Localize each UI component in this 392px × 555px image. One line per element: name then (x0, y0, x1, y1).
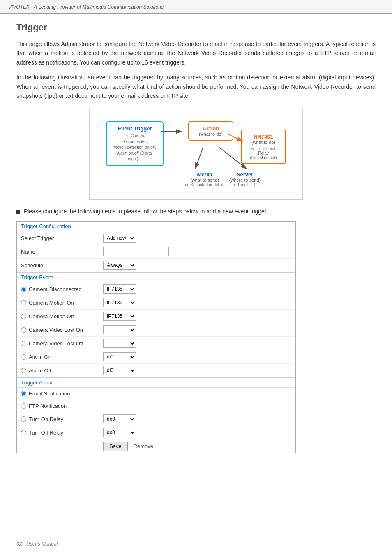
camera-video-lost-on-label: Camera Video Lost On (21, 327, 103, 333)
turn-on-relay-label: Turn On Relay (21, 416, 103, 422)
action-sub: (what to do) (195, 132, 227, 136)
camera-motion-on-label: Camera Motion On (21, 300, 103, 306)
schedule-dropdown[interactable]: Always (103, 261, 136, 270)
footer-text: 32 - User's Manual (16, 541, 58, 547)
action-label: Action (195, 125, 227, 132)
event-trigger-ex: ex. Camera Disconnected,Motion detection… (113, 133, 157, 162)
name-input[interactable] (103, 247, 169, 256)
nr7401-label: NR7401 (247, 134, 279, 140)
turn-on-relay-dropdown[interactable]: do0 (103, 414, 136, 423)
alarm-off-control: di0 (103, 366, 291, 375)
camera-video-lost-off-dropdown[interactable] (103, 339, 136, 348)
footer: 32 - User's Manual (16, 540, 58, 547)
description-2: In the following illustration, an event … (16, 73, 376, 100)
camera-video-lost-off-label: Camera Video Lost Off (21, 340, 103, 347)
camera-video-lost-on-radio[interactable] (21, 327, 26, 333)
diagram-inner: Event Trigger ex. Camera Disconnected,Mo… (102, 117, 290, 191)
alarm-on-label: Alarm On (21, 354, 103, 360)
trigger-configuration-box: Trigger Configuration Select Trigger Add… (16, 221, 296, 453)
alarm-on-radio[interactable] (21, 354, 26, 360)
select-trigger-label: Select Trigger (21, 235, 103, 241)
server-ex: ex. Email, FTP (220, 183, 270, 187)
camera-motion-off-control: IP7135 (103, 312, 291, 321)
ftp-notification-radio[interactable] (21, 403, 26, 409)
camera-video-lost-on-control (103, 325, 291, 334)
camera-disconnected-control: IP7135 (103, 284, 291, 294)
email-notification-radio[interactable] (21, 391, 26, 396)
remove-button[interactable]: Remove (130, 442, 157, 451)
header-text: VIVOTEK - A Leading Provider of Multimed… (8, 4, 164, 10)
diagram-event-trigger: Event Trigger ex. Camera Disconnected,Mo… (106, 121, 164, 166)
diagram-nr7401: NR7401 (what to do) ex. Turn on/off Rela… (241, 130, 286, 164)
page-title: Trigger (16, 22, 376, 33)
camera-motion-off-label: Camera Motion Off (21, 313, 103, 319)
turn-on-relay-row: Turn On Relay do0 (17, 412, 295, 426)
camera-motion-off-radio[interactable] (21, 314, 26, 319)
camera-video-lost-off-control (103, 339, 291, 348)
turn-on-relay-radio[interactable] (21, 416, 26, 422)
camera-video-lost-on-dropdown[interactable] (103, 325, 136, 334)
camera-video-lost-off-row: Camera Video Lost Off (17, 337, 295, 350)
save-button[interactable]: Save (103, 442, 128, 451)
svg-line-4 (195, 147, 203, 169)
select-trigger-dropdown[interactable]: Add new (103, 234, 136, 243)
alarm-on-control: di0 (103, 352, 291, 361)
diagram-server: Server (where to send) ex. Email, FTP (220, 171, 270, 187)
alarm-off-dropdown[interactable]: di0 (103, 366, 136, 375)
ftp-notification-label: FTP Notification (21, 403, 103, 409)
main-content: Trigger This page allows Administrator t… (0, 14, 392, 470)
server-label: Server (220, 171, 270, 178)
button-row: Save Remove (17, 439, 295, 453)
instruction-line: Please configure the following items to … (16, 208, 376, 215)
name-label: Name (21, 249, 103, 255)
alarm-off-radio[interactable] (21, 368, 26, 373)
trigger-config-section-title: Trigger Configuration (17, 222, 295, 231)
ftp-notification-row: FTP Notification (17, 400, 295, 412)
select-trigger-row: Select Trigger Add new (17, 231, 295, 245)
turn-on-relay-control: do0 (103, 414, 291, 423)
button-control: Save Remove (103, 442, 291, 451)
alarm-off-label: Alarm Off (21, 368, 103, 374)
diagram-action: Action (what to do) (188, 121, 233, 141)
camera-motion-on-row: Camera Motion On IP7135 (17, 296, 295, 310)
server-sub: (where to send) (220, 178, 270, 183)
email-notification-row: Email Notification (17, 388, 295, 400)
schedule-label: Schedule (21, 262, 103, 268)
camera-video-lost-on-row: Camera Video Lost On (17, 323, 295, 337)
camera-motion-off-dropdown[interactable]: IP7135 (103, 312, 136, 321)
trigger-action-section-title: Trigger Action (17, 377, 295, 388)
turn-off-relay-label: Turn Off Relay (21, 430, 103, 436)
select-trigger-control: Add new (103, 234, 291, 243)
camera-motion-on-dropdown[interactable]: IP7135 (103, 298, 136, 307)
event-trigger-label: Event Trigger (113, 125, 157, 132)
alarm-on-dropdown[interactable]: di0 (103, 352, 136, 361)
schedule-control: Always (103, 261, 291, 270)
camera-disconnected-dropdown[interactable]: IP7135 (103, 284, 136, 294)
name-control (103, 247, 291, 256)
trigger-event-section-title: Trigger Event (17, 272, 295, 282)
camera-motion-off-row: Camera Motion Off IP7135 (17, 310, 295, 323)
nr7401-sub: (what to do) (247, 140, 279, 145)
name-row: Name (17, 245, 295, 259)
bullet-icon (16, 210, 20, 214)
instruction-text: Please configure the following items to … (24, 208, 268, 215)
schedule-row: Schedule Always (17, 259, 295, 272)
email-notification-label: Email Notification (21, 391, 103, 397)
camera-disconnected-label: Camera Disconnected (21, 286, 103, 292)
alarm-on-row: Alarm On di0 (17, 350, 295, 364)
page-header: VIVOTEK - A Leading Provider of Multimed… (0, 0, 392, 14)
description-1: This page allows Administrator to config… (16, 39, 376, 67)
nr7401-ex: ex. Turn on/off Relay(Digital output) (247, 146, 279, 160)
camera-motion-on-radio[interactable] (21, 300, 26, 305)
turn-off-relay-radio[interactable] (21, 430, 26, 435)
camera-video-lost-off-radio[interactable] (21, 341, 26, 346)
diagram-container: Event Trigger ex. Camera Disconnected,Mo… (89, 109, 303, 200)
turn-off-relay-row: Turn Off Relay do0 (17, 426, 295, 439)
camera-disconnected-row: Camera Disconnected IP7135 (17, 282, 295, 296)
turn-off-relay-dropdown[interactable]: do0 (103, 428, 136, 437)
camera-motion-on-control: IP7135 (103, 298, 291, 307)
camera-disconnected-radio[interactable] (21, 287, 26, 292)
alarm-off-row: Alarm Off di0 (17, 364, 295, 377)
turn-off-relay-control: do0 (103, 428, 291, 437)
